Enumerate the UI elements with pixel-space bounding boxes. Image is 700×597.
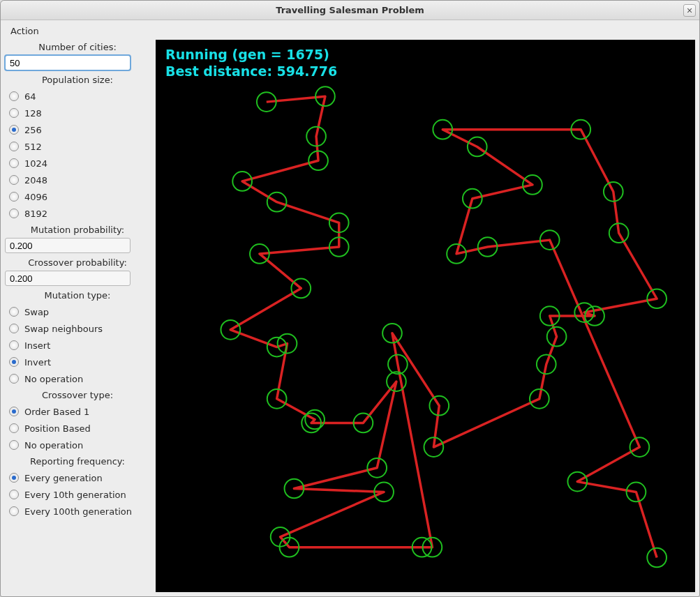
radio-icon	[9, 209, 19, 218]
radio-icon	[9, 407, 19, 416]
radio-label: 128	[24, 108, 42, 119]
radio-popsize-512[interactable]: 512	[5, 138, 150, 155]
tour-svg	[156, 40, 695, 592]
radio-label: Insert	[24, 340, 50, 351]
close-icon: ✕	[686, 6, 692, 15]
radio-label: No operation	[24, 440, 83, 451]
radio-label: 256	[24, 125, 42, 135]
radio-label: Every generation	[24, 473, 103, 483]
radio-freq-every-10th-generation[interactable]: Every 10th generation	[5, 486, 150, 503]
radio-icon	[9, 192, 19, 202]
radio-icon	[9, 175, 19, 185]
radio-icon	[9, 506, 19, 516]
radio-label: 512	[24, 142, 42, 152]
radio-icon	[9, 473, 19, 483]
client-area: Action Number of cities: Population size…	[1, 20, 699, 596]
radio-popsize-4096[interactable]: 4096	[5, 188, 150, 205]
radio-label: 1024	[24, 158, 47, 169]
radio-muttype-swap[interactable]: Swap	[5, 303, 150, 320]
window-close-button[interactable]: ✕	[683, 4, 696, 17]
radio-muttype-no-operation[interactable]: No operation	[5, 370, 150, 387]
radio-xotype-no-operation[interactable]: No operation	[5, 437, 150, 453]
radio-icon	[9, 91, 19, 101]
radio-xotype-order-based-1[interactable]: Order Based 1	[5, 403, 150, 420]
radio-icon	[9, 142, 19, 151]
label-num-cities: Number of cities:	[5, 40, 150, 54]
radio-icon	[9, 374, 19, 384]
label-crossover-type: Crossover type:	[5, 388, 150, 402]
radio-icon	[9, 340, 19, 350]
tour-path	[230, 96, 657, 557]
radio-label: No operation	[24, 374, 83, 384]
radio-label: Order Based 1	[24, 407, 89, 417]
label-mutation-type: Mutation type:	[5, 288, 150, 303]
radio-muttype-insert[interactable]: Insert	[5, 337, 150, 354]
radio-icon	[9, 440, 19, 450]
menubar: Action	[5, 23, 695, 38]
input-mutation-prob[interactable]	[5, 238, 131, 253]
radio-label: Invert	[24, 357, 51, 368]
radio-muttype-swap-neighbours[interactable]: Swap neighbours	[5, 320, 150, 337]
radio-group-pop-size: 641282565121024204840968192	[5, 88, 150, 222]
tsp-canvas: Running (gen = 1675) Best distance: 594.…	[156, 40, 695, 592]
radio-label: 4096	[24, 192, 47, 202]
radio-popsize-128[interactable]: 128	[5, 105, 150, 121]
radio-label: 64	[24, 91, 36, 102]
radio-popsize-8192[interactable]: 8192	[5, 205, 150, 222]
body: Number of cities: Population size: 64128…	[5, 40, 695, 592]
label-crossover-prob: Crossover probability:	[5, 255, 150, 270]
app-window: Travelling Salesman Problem ✕ Action Num…	[0, 0, 700, 597]
radio-popsize-1024[interactable]: 1024	[5, 155, 150, 172]
radio-label: 2048	[24, 175, 47, 186]
radio-icon	[9, 490, 19, 499]
radio-label: 8192	[24, 209, 47, 219]
radio-label: Position Based	[24, 423, 91, 434]
radio-freq-every-100th-generation[interactable]: Every 100th generation	[5, 503, 150, 520]
radio-label: Swap	[24, 307, 49, 317]
menu-action[interactable]: Action	[6, 24, 43, 38]
radio-popsize-64[interactable]: 64	[5, 88, 150, 105]
radio-icon	[9, 357, 19, 367]
radio-label: Every 10th generation	[24, 490, 126, 500]
radio-group-crossover-type: Order Based 1Position BasedNo operation	[5, 403, 150, 453]
radio-icon	[9, 324, 19, 333]
radio-icon	[9, 158, 19, 168]
radio-xotype-position-based[interactable]: Position Based	[5, 420, 150, 437]
input-crossover-prob[interactable]	[5, 271, 131, 286]
radio-group-mutation-type: SwapSwap neighboursInsertInvertNo operat…	[5, 303, 150, 387]
radio-freq-every-generation[interactable]: Every generation	[5, 469, 150, 486]
radio-group-report-freq: Every generationEvery 10th generationEve…	[5, 469, 150, 520]
radio-label: Every 100th generation	[24, 506, 132, 517]
label-report-freq: Reporting frequency:	[5, 454, 150, 469]
radio-icon	[9, 307, 19, 317]
titlebar: Travelling Salesman Problem ✕	[1, 1, 699, 20]
input-num-cities[interactable]	[5, 55, 131, 70]
radio-icon	[9, 423, 19, 433]
radio-icon	[9, 125, 19, 135]
radio-icon	[9, 108, 19, 118]
radio-popsize-256[interactable]: 256	[5, 121, 150, 138]
label-mutation-prob: Mutation probability:	[5, 222, 150, 237]
radio-label: Swap neighbours	[24, 324, 103, 334]
window-title: Travelling Salesman Problem	[276, 5, 424, 15]
radio-popsize-2048[interactable]: 2048	[5, 172, 150, 188]
radio-muttype-invert[interactable]: Invert	[5, 354, 150, 370]
sidebar: Number of cities: Population size: 64128…	[5, 40, 151, 592]
label-pop-size: Population size:	[5, 73, 150, 87]
